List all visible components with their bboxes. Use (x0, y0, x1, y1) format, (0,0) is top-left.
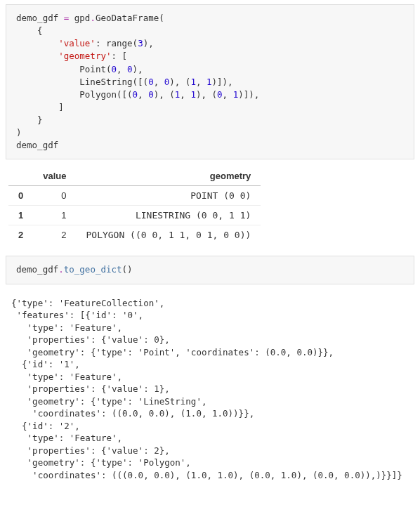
code-cell-2: demo_gdf.to_geo_dict() (6, 256, 414, 284)
output-repr: {'type': 'FeatureCollection', 'features'… (6, 291, 414, 487)
column-header-geometry: geometry (76, 166, 261, 186)
cell-value: 2 (33, 225, 76, 245)
row-index: 1 (8, 206, 33, 225)
table-row: 0 0 POINT (0 0) (8, 186, 261, 206)
code-text: demo_gdf.to_geo_dict() (16, 264, 133, 275)
code-text: demo_gdf = gpd.GeoDataFrame( { 'value': … (16, 13, 259, 150)
code-cell-1: demo_gdf = gpd.GeoDataFrame( { 'value': … (6, 4, 414, 159)
cell-geometry: POLYGON ((0 0, 1 1, 0 1, 0 0)) (76, 225, 261, 245)
cell-geometry: LINESTRING (0 0, 1 1) (76, 206, 261, 225)
table-row: 1 1 LINESTRING (0 0, 1 1) (8, 206, 261, 225)
output-dataframe: value geometry 0 0 POINT (0 0) 1 1 LINES… (8, 166, 261, 244)
row-index: 2 (8, 225, 33, 245)
table-corner (8, 166, 33, 186)
cell-geometry: POINT (0 0) (76, 186, 261, 206)
cell-value: 0 (33, 186, 76, 206)
table-row: 2 2 POLYGON ((0 0, 1 1, 0 1, 0 0)) (8, 225, 261, 245)
column-header-value: value (33, 166, 76, 186)
cell-value: 1 (33, 206, 76, 225)
row-index: 0 (8, 186, 33, 206)
